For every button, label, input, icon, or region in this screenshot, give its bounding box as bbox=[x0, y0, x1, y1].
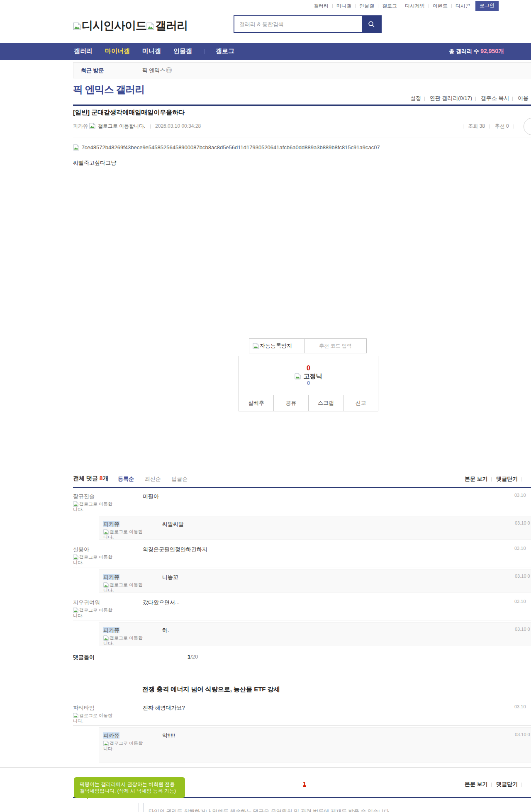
sort-registered[interactable]: 등록순 bbox=[118, 476, 134, 482]
nickname-tooltip: 픽봉이는 갤러리에서 권장하는 비회원 전용 갤닉네임입니다. (삭제 시 닉네… bbox=[74, 777, 185, 798]
close-comments-link-bottom[interactable]: 댓글닫기 bbox=[496, 781, 518, 787]
related-galleries-link[interactable]: 연관 갤러리(0/17) bbox=[430, 95, 473, 101]
bottom-links: 본문 보기 댓글닫기 bbox=[465, 780, 525, 788]
settings-link[interactable]: 설정 bbox=[410, 95, 421, 101]
topbar-link-dcgame[interactable]: 디시게임 bbox=[405, 2, 425, 10]
comment-gallog-link[interactable]: 갤로그로 이동합니다. bbox=[73, 554, 116, 565]
report-button[interactable]: 신고 bbox=[343, 395, 378, 411]
gallery-header-links: 설정 연관 갤러리(0/17) 갤주소 복사 이용 bbox=[410, 95, 529, 102]
copy-address-link[interactable]: 갤주소 복사 bbox=[481, 95, 509, 101]
total-gallery-count: 총 갤러리 수 92,950개 bbox=[449, 48, 504, 55]
bottom-divider bbox=[0, 767, 531, 768]
comment-gallog-link[interactable]: 갤로그로 이동합니다. bbox=[103, 582, 146, 593]
search-button[interactable] bbox=[362, 16, 381, 32]
comment-row: 파티타임 갤로그로 이동합니다. 진짜 해병대가요? 03.10 bbox=[73, 700, 531, 726]
comment-gallog-link[interactable]: 갤로그로 이동합니다. bbox=[103, 635, 146, 646]
login-button[interactable]: 로그인 bbox=[475, 1, 499, 11]
ad-headline-link[interactable]: 전쟁 충격 에너지 넘어 식량으로, 농산물 ETF 강세 bbox=[142, 686, 280, 693]
nav-item-gallog[interactable]: 갤로그 bbox=[216, 47, 234, 55]
comment-date: 03.10 bbox=[514, 599, 526, 604]
broken-image-icon bbox=[103, 582, 109, 588]
comment-gallog-link[interactable]: 갤로그로 이동합니다. bbox=[103, 741, 146, 751]
nav-item-gallery[interactable]: 갤러리 bbox=[74, 47, 93, 55]
comment-date: 03.10 0 bbox=[515, 732, 530, 737]
post-gallog-link[interactable]: 갤로그로 이동합니다. bbox=[98, 123, 146, 129]
comment-nickname-writer[interactable]: 피카쮸 bbox=[103, 627, 119, 633]
comment-reply-row: 피카쮸 갤로그로 이동합니다. 니똥꼬 03.10 0 bbox=[99, 569, 531, 593]
site-logo[interactable]: 디시인사이드갤러리 bbox=[73, 18, 188, 33]
comment-date: 03.10 0 bbox=[515, 574, 530, 579]
vote-widget: 자동등록방지 0 고정닉 0 실베추 공유 스크랩 신고 bbox=[0, 338, 531, 413]
scrap-button[interactable]: 스크랩 bbox=[308, 395, 343, 411]
nickname-input[interactable] bbox=[79, 803, 139, 812]
nav-item-persongal[interactable]: 인물갤 bbox=[173, 47, 192, 55]
close-comments-link[interactable]: 댓글닫기 bbox=[496, 476, 518, 482]
sort-newest[interactable]: 최신순 bbox=[145, 476, 161, 482]
comment-author: 피카쮸 갤로그로 이동합니다. bbox=[103, 573, 166, 593]
comment-nickname-writer[interactable]: 피카쮸 bbox=[103, 574, 119, 580]
view-post-link-bottom[interactable]: 본문 보기 bbox=[465, 781, 488, 787]
gallery-header: 픽 엔믹스 갤러리 설정 연관 갤러리(0/17) 갤주소 복사 이용 bbox=[0, 83, 531, 108]
search-input[interactable] bbox=[234, 16, 362, 32]
topbar-link-minigal[interactable]: 미니갤 bbox=[336, 2, 351, 10]
comment-page-1[interactable]: 1 bbox=[303, 780, 306, 787]
comment-nickname[interactable]: 실용아 bbox=[73, 546, 89, 552]
share-button[interactable]: 공유 bbox=[273, 395, 308, 411]
post-broken-image: 7ce48572b48269f43bece9e54585256458900087… bbox=[73, 144, 380, 151]
comment-nickname-writer[interactable]: 피카쮸 bbox=[103, 521, 119, 527]
header: 디시인사이드갤러리 bbox=[0, 12, 531, 41]
comment-nickname[interactable]: 파티타임 bbox=[73, 705, 95, 711]
side-circle-button[interactable] bbox=[524, 118, 531, 135]
gallery-title[interactable]: 픽 엔믹스 갤러리 bbox=[73, 83, 144, 96]
comment-nickname-writer[interactable]: 피카쮸 bbox=[103, 732, 119, 739]
topbar-link-persongal[interactable]: 인물갤 bbox=[359, 2, 374, 10]
topbar-link-gallog[interactable]: 갤로그 bbox=[382, 2, 397, 10]
comment-write-textarea[interactable] bbox=[143, 803, 531, 812]
likes-count: 0 bbox=[506, 123, 509, 129]
vote-main: 0 고정닉 0 bbox=[239, 356, 378, 395]
comment-author: 피카쮸 갤로그로 이동합니다. bbox=[103, 520, 166, 540]
header-divider bbox=[73, 105, 531, 106]
comment-gallog-link[interactable]: 갤로그로 이동합니다. bbox=[73, 608, 116, 618]
topbar-link-gallery[interactable]: 갤러리 bbox=[314, 2, 329, 10]
nav-item-minorgal[interactable]: 마이너갤 bbox=[105, 47, 130, 55]
fixed-nick-count: 0 bbox=[307, 380, 310, 387]
captcha-label: 자동등록방지 bbox=[260, 342, 292, 350]
comment-author: 지우귀여워 갤로그로 이동합니다. bbox=[73, 598, 135, 618]
usage-link[interactable]: 이용 bbox=[518, 95, 529, 101]
comments-header: 전체 댓글 8개 등록순 최신순 답글순 본문 보기 댓글닫기 bbox=[73, 475, 531, 484]
post-author[interactable]: 피카쮸 bbox=[73, 123, 88, 129]
comment-gallog-link[interactable]: 갤로그로 이동합니다. bbox=[73, 501, 116, 512]
comment-author: 장규진슬 갤로그로 이동합니다. bbox=[73, 492, 135, 512]
post-meta: 피카쮸 갤로그로 이동합니다. 2026.03.10 00:34:28 bbox=[73, 123, 201, 130]
views-count: 38 bbox=[480, 123, 485, 129]
recommend-code-input[interactable] bbox=[304, 338, 367, 353]
broken-image-icon bbox=[146, 22, 154, 30]
comment-gallog-link[interactable]: 갤로그로 이동합니다. bbox=[73, 713, 116, 724]
comments-total: 전체 댓글 8개 bbox=[73, 475, 109, 481]
comment-date: 03.10 bbox=[514, 493, 526, 498]
captcha-image: 자동등록방지 bbox=[249, 338, 304, 353]
silbechu-button[interactable]: 실베추 bbox=[239, 395, 273, 411]
comment-text: 하. bbox=[162, 626, 531, 634]
topbar-link-dccon[interactable]: 디시콘 bbox=[455, 2, 470, 10]
up-vote-count: 0 bbox=[307, 365, 310, 372]
sort-replies[interactable]: 답글순 bbox=[171, 476, 188, 482]
broken-image-icon bbox=[103, 635, 109, 641]
broken-image-icon bbox=[295, 373, 301, 379]
comment-date: 03.10 0 bbox=[515, 520, 530, 525]
comment-nickname[interactable]: 장규진슬 bbox=[73, 493, 95, 499]
topbar-link-event[interactable]: 이벤트 bbox=[433, 2, 448, 10]
view-post-link[interactable]: 본문 보기 bbox=[465, 476, 488, 482]
nav-item-minigal[interactable]: 미니갤 bbox=[142, 47, 161, 55]
post-date: 2026.03.10 00:34:28 bbox=[155, 123, 201, 129]
fixed-nick-vote-button[interactable]: 고정닉 bbox=[295, 372, 322, 380]
comments-section: 전체 댓글 8개 등록순 최신순 답글순 본문 보기 댓글닫기 장규진슬 갤로그… bbox=[0, 475, 531, 771]
recent-visit-label: 최근 방문 bbox=[81, 67, 104, 74]
page: 갤러리 미니갤 인물갤 갤로그 디시게임 이벤트 디시콘 로그인 디시인사이드갤… bbox=[0, 0, 531, 812]
comment-nickname[interactable]: 지우귀여워 bbox=[73, 599, 100, 605]
comment-date: 03.10 bbox=[514, 704, 526, 709]
recent-gallery-link[interactable]: 픽 엔믹스ⓜ bbox=[142, 67, 172, 74]
comment-gallog-link[interactable]: 갤로그로 이동합니다. bbox=[103, 529, 146, 540]
comment-row: 지우귀여워 갤로그로 이동합니다. 갔다왔으면서... 03.10 bbox=[73, 595, 531, 620]
